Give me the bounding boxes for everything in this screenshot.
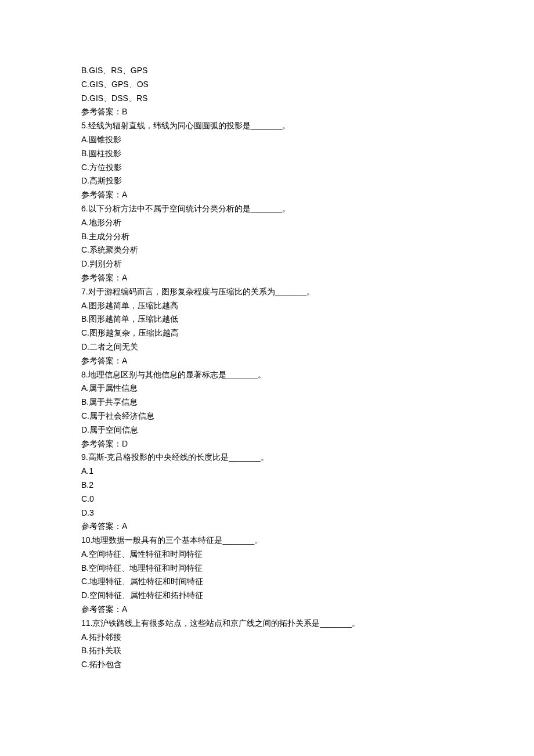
answer-text: 参考答案：A (81, 354, 453, 368)
option-text: D.判别分析 (81, 257, 453, 271)
option-text: B.2 (81, 478, 453, 492)
option-text: C.0 (81, 492, 453, 506)
answer-text: 参考答案：A (81, 520, 453, 534)
option-text: C.方位投影 (81, 161, 453, 175)
option-text: B.圆柱投影 (81, 147, 453, 161)
option-text: C.拓扑包含 (81, 658, 453, 672)
option-text: B.GIS、RS、GPS (81, 64, 453, 78)
option-text: A.属于属性信息 (81, 381, 453, 395)
option-text: C.属于社会经济信息 (81, 409, 453, 423)
option-text: B.拓扑关联 (81, 644, 453, 658)
answer-text: 参考答案：D (81, 437, 453, 451)
answer-text: 参考答案：A (81, 271, 453, 285)
option-text: A.图形越简单，压缩比越高 (81, 299, 453, 313)
option-text: B.属于共享信息 (81, 395, 453, 409)
option-text: A.空间特征、属性特征和时间特征 (81, 548, 453, 561)
option-text: C.图形越复杂，压缩比越高 (81, 326, 453, 340)
option-text: A.1 (81, 465, 453, 478)
question-text: 5.经线为辐射直线，纬线为同心圆圆弧的投影是_______。 (81, 119, 453, 133)
option-text: A.圆锥投影 (81, 133, 453, 147)
question-text: 6.以下分析方法中不属于空间统计分类分析的是_______。 (81, 202, 453, 216)
option-text: D.属于空间信息 (81, 423, 453, 437)
option-text: A.拓扑邻接 (81, 631, 453, 645)
question-text: 7.对于游程编码而言，图形复杂程度与压缩比的关系为_______。 (81, 285, 453, 299)
option-text: D.GIS、DSS、RS (81, 92, 453, 106)
answer-text: 参考答案：B (81, 105, 453, 119)
option-text: B.主成分分析 (81, 230, 453, 244)
document-body: B.GIS、RS、GPSC.GIS、GPS、OSD.GIS、DSS、RS参考答案… (81, 64, 453, 672)
option-text: D.高斯投影 (81, 174, 453, 188)
option-text: C.系统聚类分析 (81, 243, 453, 257)
option-text: D.二者之间无关 (81, 340, 453, 354)
option-text: A.地形分析 (81, 216, 453, 230)
option-text: C.GIS、GPS、OS (81, 78, 453, 92)
answer-text: 参考答案：A (81, 188, 453, 202)
question-text: 11.京沪铁路线上有很多站点，这些站点和京广线之间的拓扑关系是_______。 (81, 617, 453, 631)
option-text: B.空间特征、地理特征和时间特征 (81, 561, 453, 575)
answer-text: 参考答案：A (81, 603, 453, 617)
question-text: 9.高斯-克吕格投影的中央经线的长度比是_______。 (81, 451, 453, 465)
option-text: D.空间特征、属性特征和拓扑特征 (81, 589, 453, 603)
option-text: B.图形越简单，压缩比越低 (81, 312, 453, 326)
question-text: 8.地理信息区别与其他信息的显著标志是_______。 (81, 368, 453, 382)
option-text: D.3 (81, 506, 453, 520)
question-text: 10.地理数据一般具有的三个基本特征是_______。 (81, 534, 453, 548)
option-text: C.地理特征、属性特征和时间特征 (81, 575, 453, 589)
